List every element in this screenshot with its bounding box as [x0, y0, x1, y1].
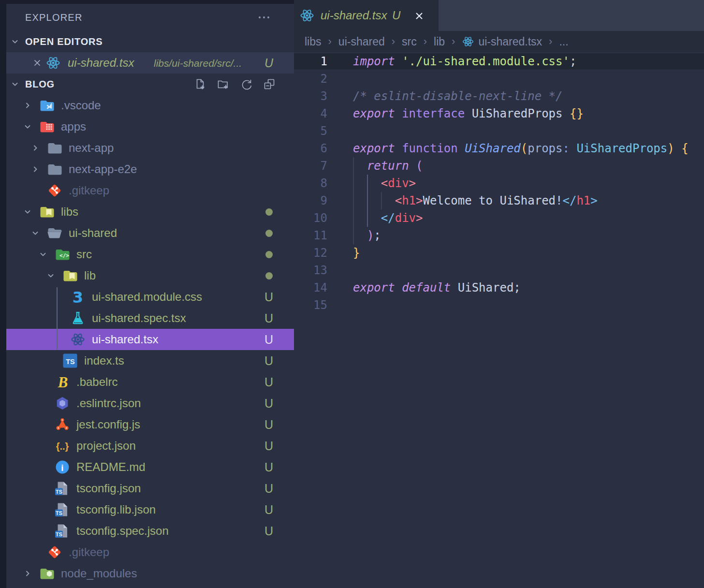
- folder-src-icon: </>: [55, 247, 70, 262]
- tree-item-ui-shared[interactable]: ui-shared: [6, 222, 294, 244]
- tree-item-label: tsconfig.lib.json: [76, 499, 156, 520]
- chevron-down-icon[interactable]: [38, 250, 48, 259]
- code-line-9[interactable]: 9 <h1>Welcome to UiShared!</h1>: [294, 192, 704, 209]
- tree-item-jest-config-js[interactable]: jest.config.jsU: [6, 414, 294, 435]
- git-status-badge: U: [262, 371, 276, 393]
- breadcrumb-label: ...: [559, 35, 568, 48]
- line-number: 6: [294, 140, 327, 157]
- tree-item-label: .eslintrc.json: [76, 393, 141, 414]
- tree-item--gitkeep[interactable]: .gitkeep: [6, 180, 294, 201]
- indent-guide: [381, 192, 382, 209]
- breadcrumb-item-ui-shared[interactable]: ui-shared: [338, 35, 385, 48]
- breadcrumb-separator: ›: [328, 35, 332, 48]
- code-line-3[interactable]: 3/* eslint-disable-next-line */: [294, 88, 704, 105]
- code-line-1[interactable]: 1import './ui-shared.module.css';: [294, 53, 704, 70]
- tree-item-ui-shared-tsx[interactable]: ui-shared.tsxU: [6, 329, 294, 350]
- tree-item-readme-md[interactable]: iREADME.mdU: [6, 456, 294, 478]
- line-number: 2: [294, 70, 327, 88]
- code-line-6[interactable]: 6export function UiShared(props: UiShare…: [294, 140, 704, 157]
- tree-item-label: .babelrc: [76, 371, 117, 393]
- open-editor-item[interactable]: ui-shared.tsx libs/ui-shared/src/... U: [6, 52, 294, 74]
- git-status-badge: U: [262, 414, 276, 435]
- git-status-badge: U: [262, 456, 276, 478]
- tree-item-node-modules[interactable]: node_modules: [6, 563, 294, 584]
- chevron-down-icon[interactable]: [46, 271, 56, 280]
- breadcrumb-label: ui-shared: [338, 35, 385, 48]
- css-icon: 3: [70, 289, 86, 305]
- react-icon: [462, 35, 474, 48]
- chevron-down-icon[interactable]: [23, 122, 32, 132]
- code-line-15[interactable]: 15: [294, 296, 704, 314]
- close-icon[interactable]: [32, 58, 43, 68]
- open-editors-section-header[interactable]: OPEN EDITORS: [6, 31, 294, 52]
- tree-item-tsconfig-lib-json[interactable]: TStsconfig.lib.jsonU: [6, 499, 294, 520]
- line-number: 9: [294, 192, 327, 209]
- chevron-down-icon: [10, 79, 20, 89]
- code-line-8[interactable]: 8 <div>: [294, 175, 704, 192]
- folder-lib-icon: [39, 204, 55, 220]
- code-line-2[interactable]: 2: [294, 70, 704, 88]
- code-line-12[interactable]: 12}: [294, 244, 704, 262]
- git-modified-dot: [265, 230, 273, 237]
- collapse-all-icon[interactable]: [263, 78, 276, 90]
- tree-item-project-json[interactable]: {..}project.jsonU: [6, 435, 294, 456]
- tree-item--gitkeep[interactable]: .gitkeep: [6, 542, 294, 563]
- tree-item-apps[interactable]: apps: [6, 116, 294, 137]
- ts-icon: TS: [62, 353, 78, 368]
- code-line-4[interactable]: 4export interface UiSharedProps {}: [294, 105, 704, 122]
- git-modified-dot: [265, 208, 273, 216]
- code-line-10[interactable]: 10 </div>: [294, 209, 704, 227]
- tree-item--eslintrc-json[interactable]: .eslintrc.jsonU: [6, 393, 294, 414]
- code-line-14[interactable]: 14export default UiShared;: [294, 279, 704, 296]
- git-modified-dot: [265, 272, 273, 279]
- breadcrumb-item--[interactable]: ...: [559, 35, 568, 48]
- chevron-right-icon[interactable]: [30, 164, 40, 174]
- refresh-icon[interactable]: [240, 78, 252, 90]
- tree-item-label: apps: [61, 116, 86, 137]
- code-line-5[interactable]: 5: [294, 122, 704, 140]
- open-editor-filename: ui-shared.tsx: [68, 52, 134, 74]
- tree-item-label: index.ts: [84, 350, 124, 371]
- tree-item-tsconfig-json[interactable]: TStsconfig.jsonU: [6, 478, 294, 499]
- tree-item-label: .gitkeep: [69, 542, 109, 563]
- code-line-11[interactable]: 11 );: [294, 227, 704, 244]
- tab-ui-shared-tsx[interactable]: ui-shared.tsx U: [294, 0, 439, 31]
- tree-item--vscode[interactable]: .vscode: [6, 95, 294, 116]
- tree-item-next-app-e2e[interactable]: next-app-e2e: [6, 159, 294, 180]
- chevron-down-icon[interactable]: [23, 207, 32, 217]
- line-number: 3: [294, 88, 327, 105]
- project-section-header[interactable]: BLOG: [6, 74, 294, 95]
- tree-item-index-ts[interactable]: TSindex.tsU: [6, 350, 294, 371]
- code-line-13[interactable]: 13: [294, 262, 704, 279]
- code-line-content: );: [353, 227, 381, 244]
- line-number: 10: [294, 209, 327, 227]
- close-icon[interactable]: [413, 10, 425, 22]
- tsconfig-icon: TS: [55, 502, 70, 517]
- tree-item-label: node_modules: [61, 563, 137, 584]
- new-folder-icon[interactable]: [217, 78, 229, 90]
- chevron-right-icon[interactable]: [30, 143, 40, 153]
- breadcrumb-item-lib[interactable]: lib: [434, 35, 445, 48]
- breadcrumb-separator: ›: [549, 35, 552, 48]
- tree-item-lib[interactable]: lib: [6, 265, 294, 286]
- code-line-content: return (: [353, 157, 423, 175]
- tree-item-tsconfig-spec-json[interactable]: TStsconfig.spec.jsonU: [6, 520, 294, 542]
- more-actions-icon[interactable]: [255, 12, 273, 23]
- chevron-down-icon[interactable]: [30, 228, 40, 238]
- tree-item--babelrc[interactable]: B.babelrcU: [6, 371, 294, 393]
- code-line-7[interactable]: 7 return (: [294, 157, 704, 175]
- breadcrumb-separator: ›: [392, 35, 395, 48]
- tree-item-next-app[interactable]: next-app: [6, 137, 294, 159]
- code-line-content: <div>: [353, 175, 416, 192]
- tree-item-ui-shared-spec-tsx[interactable]: ui-shared.spec.tsxU: [6, 308, 294, 329]
- tree-item-src[interactable]: </>src: [6, 244, 294, 265]
- breadcrumb-item-ui-shared-tsx[interactable]: ui-shared.tsx: [462, 35, 542, 48]
- new-file-icon[interactable]: [193, 78, 206, 90]
- breadcrumb: libs›ui-shared›src›lib›ui-shared.tsx›...: [294, 31, 704, 52]
- chevron-right-icon[interactable]: [23, 101, 32, 110]
- tree-item-ui-shared-module-css[interactable]: 3ui-shared.module.cssU: [6, 286, 294, 308]
- chevron-right-icon[interactable]: [23, 569, 32, 578]
- tree-item-libs[interactable]: libs: [6, 201, 294, 222]
- breadcrumb-item-src[interactable]: src: [402, 35, 417, 48]
- breadcrumb-item-libs[interactable]: libs: [305, 35, 322, 48]
